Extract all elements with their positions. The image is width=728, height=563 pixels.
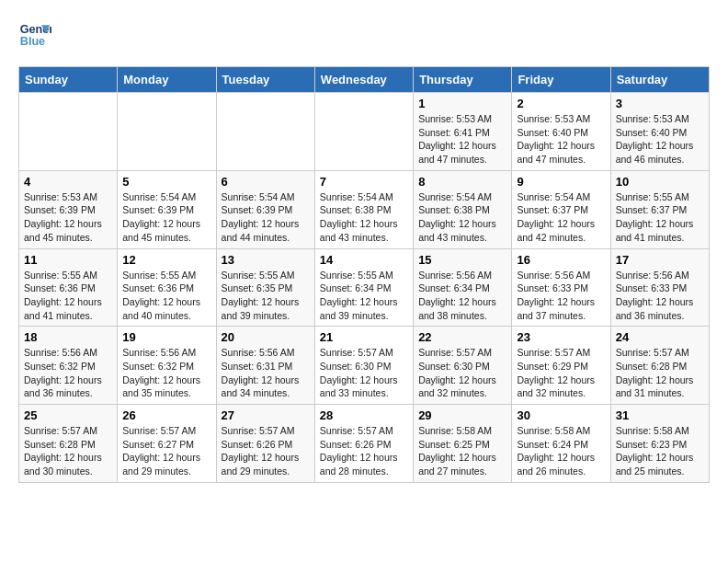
- day-number: 7: [320, 175, 408, 189]
- day-number: 17: [616, 253, 704, 267]
- day-info: Sunrise: 5:56 AM Sunset: 6:32 PM Dayligh…: [24, 346, 112, 400]
- day-info: Sunrise: 5:55 AM Sunset: 6:34 PM Dayligh…: [320, 269, 408, 323]
- calendar-cell: 15Sunrise: 5:56 AM Sunset: 6:34 PM Dayli…: [414, 248, 512, 327]
- calendar-cell: 13Sunrise: 5:55 AM Sunset: 6:35 PM Dayli…: [216, 248, 314, 327]
- calendar-cell: 24Sunrise: 5:57 AM Sunset: 6:28 PM Dayli…: [610, 327, 709, 405]
- calendar-cell: 12Sunrise: 5:55 AM Sunset: 6:36 PM Dayli…: [118, 248, 216, 327]
- calendar-cell: 29Sunrise: 5:58 AM Sunset: 6:25 PM Dayli…: [414, 405, 512, 483]
- calendar-cell: [314, 93, 413, 171]
- day-number: 25: [24, 408, 112, 422]
- day-number: 4: [24, 175, 112, 189]
- day-number: 21: [320, 330, 408, 344]
- logo: General Blue: [18, 18, 57, 52]
- calendar-cell: 14Sunrise: 5:55 AM Sunset: 6:34 PM Dayli…: [314, 248, 413, 327]
- calendar-cell: 20Sunrise: 5:56 AM Sunset: 6:31 PM Dayli…: [216, 327, 314, 405]
- col-header-sunday: Sunday: [19, 67, 118, 93]
- day-info: Sunrise: 5:57 AM Sunset: 6:26 PM Dayligh…: [222, 424, 310, 478]
- day-number: 11: [24, 253, 112, 267]
- day-info: Sunrise: 5:58 AM Sunset: 6:23 PM Dayligh…: [616, 424, 704, 478]
- week-row-4: 25Sunrise: 5:57 AM Sunset: 6:28 PM Dayli…: [19, 405, 710, 483]
- day-info: Sunrise: 5:53 AM Sunset: 6:40 PM Dayligh…: [616, 112, 704, 167]
- day-info: Sunrise: 5:54 AM Sunset: 6:37 PM Dayligh…: [517, 190, 605, 245]
- day-info: Sunrise: 5:57 AM Sunset: 6:26 PM Dayligh…: [320, 424, 408, 478]
- calendar-cell: 27Sunrise: 5:57 AM Sunset: 6:26 PM Dayli…: [216, 405, 314, 483]
- col-header-saturday: Saturday: [610, 67, 709, 93]
- day-info: Sunrise: 5:57 AM Sunset: 6:28 PM Dayligh…: [616, 346, 704, 400]
- calendar-cell: 11Sunrise: 5:55 AM Sunset: 6:36 PM Dayli…: [19, 248, 118, 327]
- day-info: Sunrise: 5:53 AM Sunset: 6:39 PM Dayligh…: [24, 190, 112, 245]
- calendar-cell: 5Sunrise: 5:54 AM Sunset: 6:39 PM Daylig…: [118, 170, 216, 248]
- day-number: 9: [517, 175, 605, 189]
- day-info: Sunrise: 5:55 AM Sunset: 6:36 PM Dayligh…: [122, 269, 210, 323]
- day-info: Sunrise: 5:57 AM Sunset: 6:28 PM Dayligh…: [24, 424, 112, 478]
- day-number: 26: [122, 408, 210, 422]
- day-number: 12: [122, 253, 210, 267]
- week-row-1: 4Sunrise: 5:53 AM Sunset: 6:39 PM Daylig…: [19, 170, 710, 248]
- col-header-monday: Monday: [118, 67, 216, 93]
- day-info: Sunrise: 5:58 AM Sunset: 6:25 PM Dayligh…: [418, 424, 506, 478]
- week-row-3: 18Sunrise: 5:56 AM Sunset: 6:32 PM Dayli…: [19, 327, 710, 405]
- day-number: 24: [616, 330, 704, 344]
- day-info: Sunrise: 5:58 AM Sunset: 6:24 PM Dayligh…: [517, 424, 605, 478]
- day-number: 14: [320, 253, 408, 267]
- day-number: 10: [616, 175, 704, 189]
- day-info: Sunrise: 5:54 AM Sunset: 6:39 PM Dayligh…: [122, 190, 210, 245]
- day-info: Sunrise: 5:55 AM Sunset: 6:37 PM Dayligh…: [616, 190, 704, 245]
- calendar-cell: 25Sunrise: 5:57 AM Sunset: 6:28 PM Dayli…: [19, 405, 118, 483]
- week-row-0: 1Sunrise: 5:53 AM Sunset: 6:41 PM Daylig…: [19, 93, 710, 171]
- svg-text:Blue: Blue: [20, 35, 45, 48]
- day-number: 23: [517, 330, 605, 344]
- calendar-cell: 22Sunrise: 5:57 AM Sunset: 6:30 PM Dayli…: [414, 327, 512, 405]
- calendar-cell: 4Sunrise: 5:53 AM Sunset: 6:39 PM Daylig…: [19, 170, 118, 248]
- day-number: 1: [418, 97, 506, 110]
- col-header-friday: Friday: [512, 67, 610, 93]
- calendar-cell: 26Sunrise: 5:57 AM Sunset: 6:27 PM Dayli…: [118, 405, 216, 483]
- day-number: 16: [517, 253, 605, 267]
- calendar-cell: 1Sunrise: 5:53 AM Sunset: 6:41 PM Daylig…: [414, 93, 512, 171]
- calendar-cell: 30Sunrise: 5:58 AM Sunset: 6:24 PM Dayli…: [512, 405, 610, 483]
- calendar-cell: 28Sunrise: 5:57 AM Sunset: 6:26 PM Dayli…: [314, 405, 413, 483]
- day-info: Sunrise: 5:54 AM Sunset: 6:39 PM Dayligh…: [222, 190, 310, 245]
- calendar-cell: 9Sunrise: 5:54 AM Sunset: 6:37 PM Daylig…: [512, 170, 610, 248]
- calendar-cell: 17Sunrise: 5:56 AM Sunset: 6:33 PM Dayli…: [610, 248, 709, 327]
- calendar-cell: 19Sunrise: 5:56 AM Sunset: 6:32 PM Dayli…: [118, 327, 216, 405]
- calendar-cell: 10Sunrise: 5:55 AM Sunset: 6:37 PM Dayli…: [610, 170, 709, 248]
- day-number: 3: [616, 97, 704, 110]
- col-header-tuesday: Tuesday: [216, 67, 314, 93]
- day-number: 6: [222, 175, 310, 189]
- col-header-thursday: Thursday: [414, 67, 512, 93]
- day-number: 31: [616, 408, 704, 422]
- calendar-cell: 23Sunrise: 5:57 AM Sunset: 6:29 PM Dayli…: [512, 327, 610, 405]
- day-number: 19: [122, 330, 210, 344]
- calendar-cell: 2Sunrise: 5:53 AM Sunset: 6:40 PM Daylig…: [512, 93, 610, 171]
- calendar-cell: 18Sunrise: 5:56 AM Sunset: 6:32 PM Dayli…: [19, 327, 118, 405]
- page: General Blue SundayMondayTuesdayWednesda…: [0, 0, 728, 492]
- day-info: Sunrise: 5:55 AM Sunset: 6:35 PM Dayligh…: [222, 269, 310, 323]
- day-number: 5: [122, 175, 210, 189]
- calendar-cell: [216, 93, 314, 171]
- day-info: Sunrise: 5:56 AM Sunset: 6:33 PM Dayligh…: [517, 269, 605, 323]
- day-number: 22: [418, 330, 506, 344]
- week-row-2: 11Sunrise: 5:55 AM Sunset: 6:36 PM Dayli…: [19, 248, 710, 327]
- day-info: Sunrise: 5:56 AM Sunset: 6:32 PM Dayligh…: [122, 346, 210, 400]
- calendar-cell: 21Sunrise: 5:57 AM Sunset: 6:30 PM Dayli…: [314, 327, 413, 405]
- header-row: SundayMondayTuesdayWednesdayThursdayFrid…: [19, 67, 710, 93]
- day-info: Sunrise: 5:57 AM Sunset: 6:27 PM Dayligh…: [122, 424, 210, 478]
- calendar-cell: 31Sunrise: 5:58 AM Sunset: 6:23 PM Dayli…: [610, 405, 709, 483]
- day-number: 30: [517, 408, 605, 422]
- day-info: Sunrise: 5:54 AM Sunset: 6:38 PM Dayligh…: [418, 190, 506, 245]
- day-number: 8: [418, 175, 506, 189]
- day-info: Sunrise: 5:55 AM Sunset: 6:36 PM Dayligh…: [24, 269, 112, 323]
- day-info: Sunrise: 5:56 AM Sunset: 6:34 PM Dayligh…: [418, 269, 506, 323]
- header: General Blue: [18, 18, 710, 52]
- day-number: 20: [222, 330, 310, 344]
- day-info: Sunrise: 5:57 AM Sunset: 6:30 PM Dayligh…: [320, 346, 408, 400]
- calendar-cell: 16Sunrise: 5:56 AM Sunset: 6:33 PM Dayli…: [512, 248, 610, 327]
- day-number: 2: [517, 97, 605, 110]
- calendar-cell: [19, 93, 118, 171]
- day-info: Sunrise: 5:53 AM Sunset: 6:41 PM Dayligh…: [418, 112, 506, 167]
- calendar-cell: 6Sunrise: 5:54 AM Sunset: 6:39 PM Daylig…: [216, 170, 314, 248]
- day-info: Sunrise: 5:56 AM Sunset: 6:33 PM Dayligh…: [616, 269, 704, 323]
- calendar-cell: 3Sunrise: 5:53 AM Sunset: 6:40 PM Daylig…: [610, 93, 709, 171]
- day-info: Sunrise: 5:57 AM Sunset: 6:29 PM Dayligh…: [517, 346, 605, 400]
